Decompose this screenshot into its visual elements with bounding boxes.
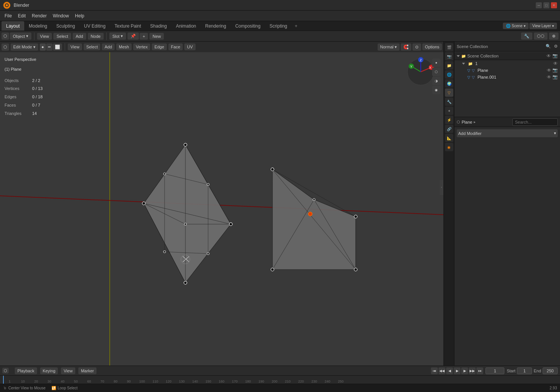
plane-render[interactable]: 📷 <box>552 68 558 73</box>
face-select-mode[interactable]: ⬜ <box>53 43 62 51</box>
prev-frame-button[interactable]: ◀ <box>446 367 453 374</box>
world-props-icon[interactable]: 🌍 <box>445 79 453 88</box>
tab-shading[interactable]: Shading <box>146 21 171 31</box>
viewport-editor-type[interactable]: ⬡ <box>2 43 9 51</box>
current-frame-input[interactable]: 1 <box>485 367 504 374</box>
proportional-toggle[interactable]: ⊙ <box>412 43 421 51</box>
vertex-menu[interactable]: Vertex <box>133 43 150 50</box>
start-frame-input[interactable]: 1 <box>517 367 532 374</box>
outliner-plane-001[interactable]: ▽ ▽ Plane.001 👁 📷 <box>465 74 560 81</box>
view-menu-btn[interactable]: View <box>37 33 52 40</box>
tab-rendering[interactable]: Rendering <box>201 21 230 31</box>
keying-menu[interactable]: Keying <box>40 367 58 374</box>
view-menu[interactable]: View <box>68 43 82 50</box>
tab-modeling[interactable]: Modeling <box>24 21 52 31</box>
tab-animation[interactable]: Animation <box>171 21 201 31</box>
properties-search[interactable] <box>512 118 558 126</box>
tab-sculpting[interactable]: Sculpting <box>52 21 79 31</box>
outliner-filter-icon[interactable]: ⚙ <box>554 44 558 49</box>
3d-viewport[interactable]: ⬡ Edit Mode ▾ ● ━ ⬜ View Select Add Mesh… <box>0 42 443 366</box>
plane001-render[interactable]: 📷 <box>552 74 558 80</box>
scene-selector[interactable]: 🌐 Scene ▾ <box>503 23 528 29</box>
mesh-menu[interactable]: Mesh <box>116 43 132 50</box>
add-new-button[interactable]: + <box>140 33 148 40</box>
marker-menu[interactable]: Marker <box>78 367 96 374</box>
snap-toggle[interactable]: 🧲 <box>401 43 411 51</box>
menu-window[interactable]: Window <box>50 12 72 20</box>
material-props-icon[interactable]: ◉ <box>445 143 453 151</box>
menu-render[interactable]: Render <box>29 12 50 20</box>
tab-uv-editing[interactable]: UV Editing <box>79 21 110 31</box>
menu-file[interactable]: File <box>2 12 15 20</box>
pin-button[interactable]: 📌 <box>128 33 139 40</box>
tab-scripting[interactable]: Scripting <box>265 21 292 31</box>
tab-compositing[interactable]: Compositing <box>231 21 265 31</box>
physics-props-icon[interactable]: ⚡ <box>445 116 453 124</box>
axis-gizmo[interactable]: X Y Z <box>406 57 436 87</box>
plane-visibility[interactable]: 👁 <box>547 68 551 73</box>
editor-type-button[interactable]: ⬡ <box>2 33 9 40</box>
viewport-shading-solid[interactable]: ● <box>432 59 440 67</box>
add-workspace-button[interactable]: + <box>292 22 300 30</box>
modifier-props-icon[interactable]: 🔧 <box>445 98 453 106</box>
next-keyframe-button[interactable]: ▶▶ <box>469 367 476 374</box>
face-menu[interactable]: Face <box>168 43 183 50</box>
next-frame-button[interactable]: ▶ <box>461 367 468 374</box>
tab-layout[interactable]: Layout <box>2 21 24 31</box>
add-modifier-button[interactable]: Add Modifier ▾ <box>457 129 558 137</box>
edge-menu[interactable]: Edge <box>152 43 167 50</box>
viewport-shading-material[interactable]: ◑ <box>432 77 440 85</box>
outliner-search-icon[interactable]: 🔍 <box>546 44 551 49</box>
add-menu[interactable]: Add <box>102 43 115 50</box>
add-menu-btn[interactable]: Add <box>73 33 86 40</box>
maximize-button[interactable]: □ <box>543 2 549 8</box>
end-frame-input[interactable]: 250 <box>543 367 558 374</box>
new-datablock-button[interactable]: New <box>149 33 164 40</box>
data-props-icon[interactable]: 📐 <box>445 134 453 142</box>
select-menu[interactable]: Select <box>84 43 101 50</box>
timeline-editor-type[interactable]: ⬡ <box>2 368 9 373</box>
prev-keyframe-button[interactable]: ◀◀ <box>439 367 445 374</box>
particles-props-icon[interactable]: ✦ <box>445 107 453 115</box>
constraints-props-icon[interactable]: 🔗 <box>445 125 453 133</box>
overlay-button[interactable]: ⬡⬡ <box>534 33 548 40</box>
item-1-visibility[interactable]: 👁 <box>553 61 558 66</box>
plane001-visibility[interactable]: 👁 <box>547 74 551 80</box>
viewport-shading-rendered[interactable]: ◉ <box>432 86 440 94</box>
timeline-ruler[interactable]: 1 10 20 30 40 50 60 70 80 90 100 110 120… <box>0 376 560 384</box>
slot-selector[interactable]: Slot ▾ <box>109 33 126 40</box>
normal-selector[interactable]: Normal ▾ <box>378 43 400 51</box>
collection-visibility[interactable]: 👁 <box>546 53 551 59</box>
jump-start-button[interactable]: ⏮ <box>431 367 438 374</box>
fold-panel-button[interactable]: ‹ <box>440 180 443 195</box>
options-button[interactable]: Options <box>422 43 442 50</box>
viewport-mode-selector[interactable]: Edit Mode ▾ <box>11 43 38 51</box>
view-layer-selector[interactable]: View Layer ▾ <box>529 23 557 29</box>
scene-collection-header[interactable]: 📁 Scene Collection 👁 📷 <box>454 52 560 60</box>
object-props-icon[interactable]: ▽ <box>445 88 453 97</box>
scene-props-icon[interactable]: 🎬 <box>445 43 453 51</box>
play-button[interactable]: ▶ <box>454 367 460 374</box>
outliner-plane[interactable]: ▽ ▽ Plane 👁 📷 <box>465 67 560 74</box>
jump-end-button[interactable]: ⏭ <box>476 367 483 374</box>
menu-edit[interactable]: Edit <box>15 12 29 20</box>
view-layer-props-icon[interactable]: 🌐 <box>445 70 453 79</box>
edge-select-mode[interactable]: ━ <box>46 43 53 51</box>
render-props-toggle[interactable]: 🔧 <box>521 33 532 40</box>
viewport-shading-wireframe[interactable]: ⬡ <box>432 68 440 76</box>
close-button[interactable]: ✕ <box>551 2 557 8</box>
vertex-select-mode[interactable]: ● <box>40 43 46 51</box>
node-menu-btn[interactable]: Node <box>88 33 104 40</box>
gizmo-button[interactable]: ⊕ <box>549 33 558 40</box>
uv-menu[interactable]: UV <box>184 43 195 50</box>
minimize-button[interactable]: ─ <box>536 2 542 8</box>
playback-menu[interactable]: Playback <box>15 367 37 374</box>
output-props-icon[interactable]: 📁 <box>445 61 453 70</box>
outliner-item-1[interactable]: 📁 1 👁 <box>460 60 560 67</box>
object-mode-selector[interactable]: Object ▾ <box>10 33 31 40</box>
collection-render[interactable]: 📷 <box>552 53 558 59</box>
timeline-view-menu[interactable]: View <box>61 367 75 374</box>
render-props-icon[interactable]: 📷 <box>445 52 453 60</box>
menu-help[interactable]: Help <box>72 12 87 20</box>
tab-texture-paint[interactable]: Texture Paint <box>110 21 146 31</box>
